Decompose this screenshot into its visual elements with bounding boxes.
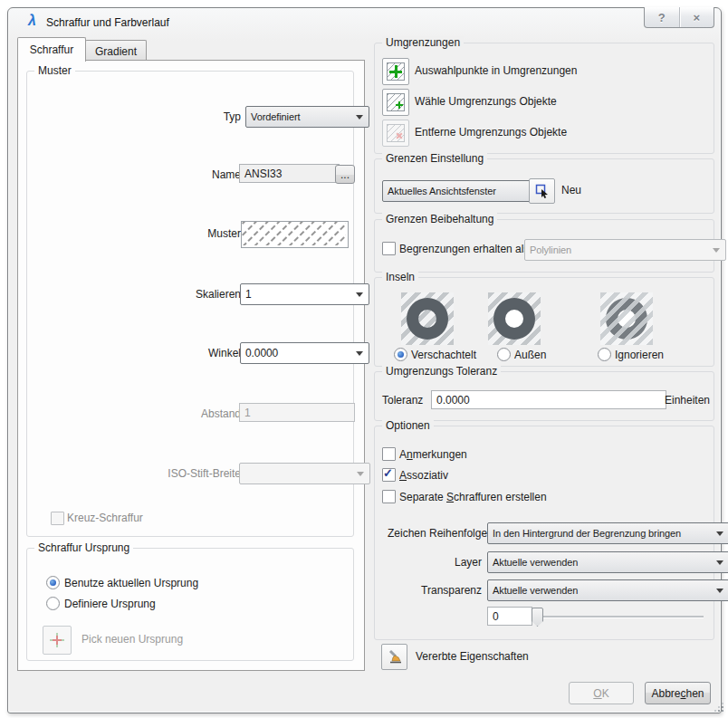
group-grenzen-beibehaltung: Grenzen Beibehaltung Begrenzungen erhalt… xyxy=(374,219,714,273)
group-muster: Muster Typ Vordefiniert Name ANSI33 ... … xyxy=(26,71,354,537)
name-label: Name xyxy=(141,168,241,181)
radio-aussen[interactable] xyxy=(497,348,511,361)
close-icon: × xyxy=(693,11,700,24)
radio-verschachtelt[interactable] xyxy=(394,348,407,361)
anmerkungen-checkbox[interactable] xyxy=(382,447,396,461)
resize-grip[interactable] xyxy=(714,702,724,713)
chevron-down-icon xyxy=(356,292,363,297)
ok-button: OK xyxy=(569,682,634,704)
radio-benutze-aktuellen-ursprung[interactable] xyxy=(46,576,60,589)
layer-dropdown[interactable]: Aktuelle verwenden xyxy=(487,551,728,573)
window-title: Schraffur und Farbverlauf xyxy=(46,16,169,29)
chevron-down-icon xyxy=(716,560,723,565)
radio-benutze-label: Benutze aktuellen Ursprung xyxy=(64,577,198,589)
radio-definiere-ursprung[interactable] xyxy=(46,597,60,610)
group-toleranz-title: Umgrenzungs Toleranz xyxy=(382,365,501,378)
tab-schraffur[interactable]: Schraffur xyxy=(17,37,86,62)
group-optionen: Optionen Anmerkungen Assoziativ Separate… xyxy=(374,426,714,640)
group-umgrenzungen-title: Umgrenzungen xyxy=(382,36,464,49)
group-grenzen-einstellung-title: Grenzen Einstellung xyxy=(382,152,487,165)
tab-gradient[interactable]: Gradient xyxy=(85,40,147,62)
pick-origin-label: Pick neuen Ursprung xyxy=(81,633,183,646)
abstand-value: 1 xyxy=(244,407,251,419)
transparenz-amount-input[interactable]: 0 xyxy=(487,607,532,626)
cancel-button[interactable]: Abbrechen xyxy=(645,682,711,704)
name-input[interactable]: ANSI33 xyxy=(239,164,340,183)
ok-label: OK xyxy=(593,687,608,700)
layer-label: Layer xyxy=(388,556,482,569)
help-icon: ? xyxy=(658,11,666,24)
group-schraffur-ursprung: Schraffur Ursprung Benutze aktuellen Urs… xyxy=(26,548,354,661)
hatch-plus-icon xyxy=(387,62,405,81)
radio-definiere-label: Definiere Ursprung xyxy=(64,598,156,610)
skalieren-combobox[interactable]: 1 xyxy=(240,283,369,305)
layer-value: Aktuelle verwenden xyxy=(493,557,578,568)
anmerkungen-label: Anmerkungen xyxy=(399,448,467,461)
einheiten-label: Einheiten xyxy=(665,394,710,407)
tab-schraffur-label: Schraffur xyxy=(30,43,73,56)
draw-order-dropdown[interactable]: In den Hintergrund der Begrenzung bringe… xyxy=(487,522,728,544)
radio-ignorieren-label: Ignorieren xyxy=(615,349,664,361)
draw-order-value: In den Hintergrund der Begrenzung bringe… xyxy=(493,528,681,539)
group-inseln: Inseln Verschachtelt Außen Ignorieren xyxy=(374,277,714,367)
brush-icon xyxy=(387,649,403,665)
typ-dropdown[interactable]: Vordefiniert xyxy=(245,106,369,128)
pick-points-button[interactable] xyxy=(382,58,409,85)
transparenz-value: Aktuelle verwenden xyxy=(493,585,578,596)
hatch-dialog-window: λ Schraffur und Farbverlauf ? × Schraffu… xyxy=(7,7,722,713)
pattern-preview[interactable] xyxy=(241,221,349,248)
typ-label: Typ xyxy=(141,110,241,123)
radio-aussen-label: Außen xyxy=(514,349,546,361)
pick-points-label: Auswahlpunkte in Umgrenzungen xyxy=(415,64,577,77)
tab-gradient-label: Gradient xyxy=(95,45,137,58)
crosshair-icon xyxy=(49,632,65,648)
group-grenzen-beibehaltung-title: Grenzen Beibehaltung xyxy=(382,213,497,225)
transparenz-slider-track[interactable] xyxy=(532,616,704,618)
abstand-input: 1 xyxy=(239,403,355,422)
neu-label: Neu xyxy=(561,184,581,196)
hatch-remove-icon xyxy=(387,124,405,142)
hatch-pattern-ansi33 xyxy=(242,222,346,245)
chevron-down-icon xyxy=(713,248,720,253)
remove-boundary-objects-label: Entferne Umgrenzungs Objekte xyxy=(415,126,567,139)
inherit-properties-label: Vererbte Eigenschaften xyxy=(416,650,529,663)
radio-verschachtelt-label: Verschachtelt xyxy=(411,349,476,361)
select-boundary-objects-button[interactable] xyxy=(382,89,409,116)
name-input-value: ANSI33 xyxy=(244,168,282,180)
browse-pattern-button[interactable]: ... xyxy=(335,165,355,184)
transparenz-label: Transparenz xyxy=(388,584,482,597)
boundary-set-value: Aktuelles Ansichtsfenster xyxy=(388,186,496,196)
radio-ignorieren[interactable] xyxy=(598,348,611,361)
chevron-down-icon xyxy=(356,351,363,356)
toleranz-input[interactable]: 0.0000 xyxy=(431,390,666,409)
close-button[interactable]: × xyxy=(679,7,714,27)
winkel-label: Winkel xyxy=(141,347,241,359)
group-grenzen-einstellung: Grenzen Einstellung Aktuelles Ansichtsfe… xyxy=(374,158,714,214)
inherit-properties-button[interactable] xyxy=(381,644,407,670)
winkel-combobox[interactable]: 0.0000 xyxy=(240,342,369,364)
select-rectangle-cursor-icon xyxy=(535,184,550,198)
island-ignore-overlay xyxy=(600,292,653,345)
boundary-set-dropdown[interactable]: Aktuelles Ansichtsfenster xyxy=(382,180,544,202)
help-button[interactable]: ? xyxy=(645,7,679,27)
new-boundary-set-button[interactable] xyxy=(529,178,555,204)
island-normal-image xyxy=(401,292,454,345)
retain-boundaries-checkbox[interactable] xyxy=(382,242,396,255)
group-inseln-title: Inseln xyxy=(382,271,418,283)
winkel-value: 0.0000 xyxy=(245,347,278,359)
transparenz-slider-thumb[interactable] xyxy=(532,608,543,627)
skalieren-label: Skalieren xyxy=(141,288,241,301)
select-boundary-objects-label: Wähle Umgrenzungs Objekte xyxy=(415,95,557,108)
chevron-down-icon xyxy=(716,589,723,593)
island-ignore-image xyxy=(600,292,653,345)
tab-page-schraffur: Muster Typ Vordefiniert Name ANSI33 ... … xyxy=(17,60,365,671)
abstand-label: Abstand xyxy=(141,407,241,420)
toleranz-value: 0.0000 xyxy=(436,394,470,407)
assoziativ-checkbox[interactable] xyxy=(382,468,396,482)
kreuz-schraffur-checkbox xyxy=(51,512,64,525)
typ-dropdown-value: Vordefiniert xyxy=(251,111,300,122)
hatch-add-icon xyxy=(387,93,405,111)
separate-schraffuren-checkbox[interactable] xyxy=(382,490,396,503)
assoziativ-label: Assoziativ xyxy=(399,469,448,482)
transparenz-dropdown[interactable]: Aktuelle verwenden xyxy=(487,579,728,601)
